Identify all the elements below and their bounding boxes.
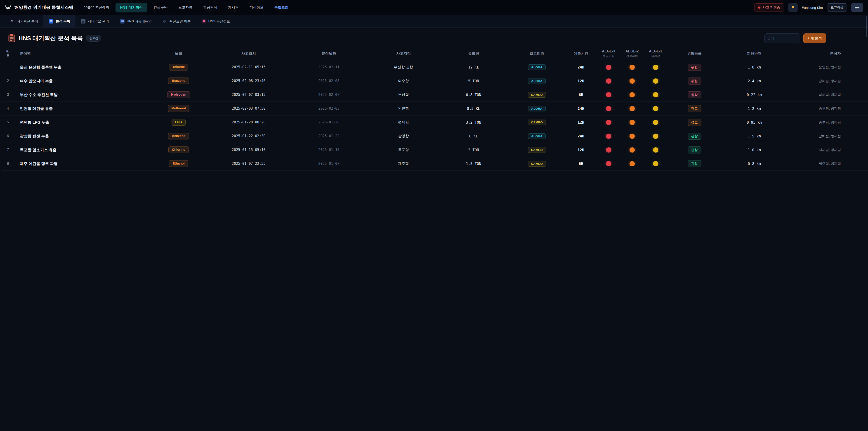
cell-duration: 12H <box>565 79 597 83</box>
tab-label: 시나리오 관리 <box>88 19 109 24</box>
table-row[interactable]: 7목포항 염소가스 유출Chlorine2025-01-15 05:102025… <box>2 143 868 157</box>
cell-datetime: 2025-01-28 00:20 <box>208 120 289 124</box>
logout-button[interactable]: 로그아웃 <box>827 3 847 11</box>
substance-badge: Toluene <box>169 64 188 70</box>
column-header-no: 번호 <box>2 49 13 58</box>
scrollbar[interactable] <box>866 16 867 37</box>
tab-air-diffusion-analysis[interactable]: 대기확산 분석 <box>4 15 43 27</box>
brand[interactable]: 해양환경 위기대응 통합시스템 <box>5 4 73 10</box>
table-row[interactable]: 2여수 암모니아 누출Benzene2025-02-08 23:402025-0… <box>2 74 868 88</box>
cell-location: 제주항 <box>368 161 438 166</box>
cell-risk: 관찰 <box>667 147 721 153</box>
cell-datetime: 2025-02-11 05:15 <box>208 65 289 69</box>
column-header-location: 사고지점 <box>368 51 438 56</box>
cell-risk: 위험 <box>667 78 721 85</box>
aegl3-indicator <box>606 147 611 153</box>
table-row[interactable]: 5평택항 LPG 누출LPG2025-01-28 00:202025-01-28… <box>2 116 868 129</box>
cell-aegl2 <box>620 161 644 166</box>
table-row[interactable]: 6광양항 벤젠 누출Benzene2025-01-22 02:302025-01… <box>2 129 868 143</box>
substance-badge: Ethanol <box>169 160 188 167</box>
algorithm-badge: CAMEO <box>528 92 546 98</box>
nav-item-hns-air-diffusion[interactable]: HNS·대기확산 <box>116 3 147 12</box>
hamburger-menu-button[interactable] <box>851 3 863 12</box>
aegl2-indicator <box>629 133 635 139</box>
cell-location: 부산항 <box>368 92 438 97</box>
search-input[interactable] <box>765 33 800 43</box>
table-row[interactable]: 8제주 에탄올 탱크 파열Ethanol2025-01-07 22:552025… <box>2 157 868 171</box>
cell-date: 2025-02-07 <box>289 93 368 97</box>
document-icon <box>49 19 53 24</box>
aegl3-indicator <box>606 92 611 97</box>
cell-datetime: 2025-02-08 23:40 <box>208 79 289 83</box>
cell-amount: 5 TON <box>438 79 508 83</box>
page-header: HNS 대기확산 분석 목록 총 8건 + 새 분석 <box>0 28 868 47</box>
cell-aegl1 <box>644 133 667 139</box>
aegl2-indicator <box>629 65 635 70</box>
nav-item-integrated-search[interactable]: 통합조회 <box>270 3 293 12</box>
substance-badge: Methanol <box>168 105 189 112</box>
aegl3-indicator <box>606 106 611 111</box>
cell-analyst: 제주팀, 방제팀 <box>787 162 868 166</box>
nav-item-board[interactable]: 게시판 <box>223 3 243 12</box>
aegl2-indicator <box>629 92 635 97</box>
alert-dot-icon <box>758 6 760 8</box>
bell-icon <box>791 5 795 10</box>
cell-aegl1 <box>644 65 667 70</box>
nav-item-weather-info[interactable]: 기상정보 <box>245 3 268 12</box>
cell-aegl2 <box>620 147 644 153</box>
algorithm-badge: CAMEO <box>528 120 546 125</box>
nav-item-report-materials[interactable]: 보고자료 <box>174 3 197 12</box>
tab-label: HNS 대응매뉴얼 <box>127 19 152 24</box>
cell-location: 평택항 <box>368 120 438 125</box>
column-header-aegl2: AEGL-2건강피해 <box>620 49 644 58</box>
tab-analysis-list[interactable]: 분석 목록 <box>43 15 75 27</box>
cell-substance: Hydrogen <box>149 91 208 98</box>
cell-analyst: 남해팀, 방제팀 <box>787 93 868 97</box>
cell-radius: 0.95 km <box>721 120 787 125</box>
cell-radius: 0.22 km <box>721 93 787 97</box>
cell-algorithm: CAMEO <box>508 120 565 125</box>
cell-date: 2025-02-08 <box>289 79 368 83</box>
table-row[interactable]: 1울산 온산항 톨루엔 누출Toluene2025-02-11 05:15202… <box>2 60 868 74</box>
cell-name: 광양항 벤젠 누출 <box>13 133 149 139</box>
table-row[interactable]: 3부산 수소 추진선 폭발Hydrogen2025-02-07 03:15202… <box>2 88 868 102</box>
cell-aegl1 <box>644 79 667 84</box>
cell-no: 2 <box>2 79 13 83</box>
cell-amount: 8.5 KL <box>438 106 508 111</box>
substance-badge: Benzene <box>168 78 189 84</box>
cell-no: 3 <box>2 93 13 97</box>
cell-radius: 1.0 km <box>721 148 787 152</box>
column-header-risk: 위험등급 <box>667 51 721 56</box>
cell-duration: 24H <box>565 134 597 138</box>
cell-datetime: 2025-01-22 02:30 <box>208 134 289 138</box>
aegl1-indicator <box>653 92 658 97</box>
cell-date: 2025-02-11 <box>289 65 368 69</box>
aegl1-indicator <box>653 79 658 84</box>
nav-item-air-search[interactable]: 항공탐색 <box>199 3 222 12</box>
cell-aegl2 <box>620 120 644 125</box>
tab-hns-substance-info[interactable]: HNS 물질정보 <box>196 15 236 27</box>
cell-datetime: 2025-02-07 03:15 <box>208 93 289 97</box>
plane-icon <box>162 19 167 24</box>
cell-substance: Methanol <box>149 105 208 112</box>
nav-item-emergency-rescue[interactable]: 긴급구난 <box>149 3 172 12</box>
aegl1-indicator <box>653 65 658 70</box>
cell-no: 4 <box>2 106 13 111</box>
new-analysis-button[interactable]: + 새 분석 <box>803 33 826 43</box>
tab-hns-response-manual[interactable]: HNS 대응매뉴얼 <box>115 15 157 27</box>
nav-item-oil-spill-forecast[interactable]: 유출유 확산예측 <box>79 3 114 12</box>
column-header-analyst: 분석자 <box>787 51 868 56</box>
cell-substance: LPG <box>149 119 208 125</box>
cell-substance: Benzene <box>149 78 208 84</box>
cell-date: 2025-01-28 <box>289 120 368 124</box>
cell-name: 여수 암모니아 누출 <box>13 79 149 84</box>
notifications-button[interactable] <box>788 3 798 12</box>
hamburger-icon <box>855 6 860 6</box>
cell-algorithm: CAMEO <box>508 92 565 98</box>
tab-label: 확산모델 이론 <box>169 19 191 24</box>
tab-scenario-management[interactable]: 시나리오 관리 <box>75 15 114 27</box>
table-row[interactable]: 4인천항 메탄올 유출Methanol2025-02-03 07:502025-… <box>2 102 868 116</box>
tab-diffusion-model-theory[interactable]: 확산모델 이론 <box>157 15 196 27</box>
incident-status-badge[interactable]: 사고 진행중 <box>754 3 784 12</box>
app-title: 해양환경 위기대응 통합시스템 <box>14 4 73 10</box>
